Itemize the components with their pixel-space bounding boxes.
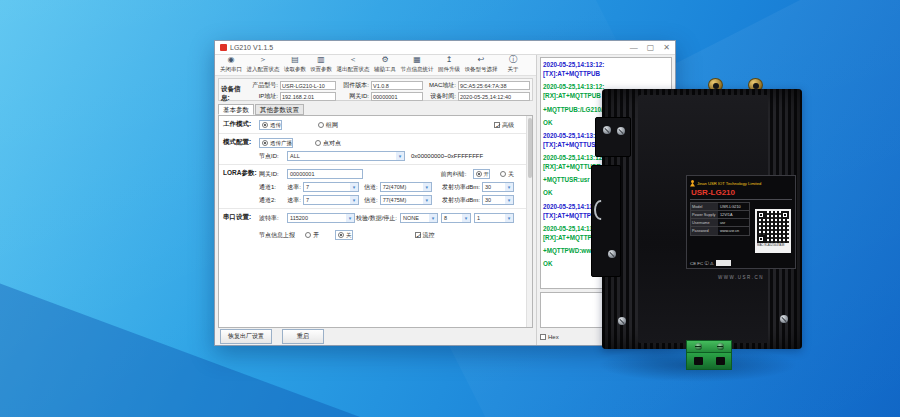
ip-address-value[interactable]: 192.168.2.01	[280, 92, 336, 101]
field-device-time: 设备时间: 2020-05-25,14:12:40	[426, 92, 530, 101]
ch2-channel-select[interactable]: 77(475M)▾	[380, 195, 432, 205]
restart-button[interactable]: 重启	[282, 329, 324, 344]
screw-icon	[617, 127, 625, 135]
chevron-down-icon: ▾	[396, 152, 404, 160]
toolbar-exit-config[interactable]: ＜ 退出配置状态	[335, 56, 371, 74]
minimize-button[interactable]: —	[630, 44, 638, 52]
document-icon: ▤	[291, 56, 299, 65]
baud-label: 波特率:	[259, 214, 287, 223]
chevron-down-icon: ▾	[429, 214, 437, 222]
device-time-value[interactable]: 2020-05-25,14:12:40	[458, 92, 530, 101]
databits-select[interactable]: 8▾	[441, 213, 471, 223]
radio-fec-off[interactable]: 关	[500, 170, 514, 179]
chevron-down-icon: ▾	[350, 183, 358, 191]
radio-report-off[interactable]: 关	[335, 230, 353, 240]
node-id-range-hint: 0x00000000~0xFFFFFFFF	[411, 153, 483, 159]
stats-icon: ▦	[413, 56, 421, 65]
clip-ring	[594, 200, 607, 220]
cert-marks-text: CE FC Ⓛ ⚠	[690, 261, 714, 266]
brand-text: Jinan USR IOT Technology Limited	[697, 181, 761, 186]
basic-params-page: 工作模式: 透传 组网 高级 模式配置:	[218, 115, 533, 328]
terminal-hole	[716, 357, 725, 365]
power-icon: ◉	[228, 56, 235, 65]
section-lora-params: LORA参数: 网关ID: 00000001 前向纠错: 开 关	[219, 165, 526, 209]
device-model-text: USR-LG210	[690, 187, 792, 200]
chevron-down-icon: ▾	[505, 183, 513, 191]
usr-logo-icon	[690, 180, 695, 187]
checkbox-flow-control[interactable]: 流控	[415, 231, 435, 240]
ch2-power-select[interactable]: 30▾	[482, 195, 514, 205]
section-serial: 串口设置: 波特率: 115200▾ 校验/数据/停止: NONE▾ 8▾ 1▾	[219, 209, 526, 243]
device-site-text: WWW.USR.CN	[686, 275, 796, 280]
restore-factory-button[interactable]: 恢复出厂设置	[220, 329, 272, 344]
ch1-power-select[interactable]: 30▾	[482, 182, 514, 192]
radio-report-on[interactable]: 开	[305, 231, 319, 240]
radio-networking[interactable]: 组网	[318, 121, 338, 130]
chevron-down-icon: ▾	[346, 214, 354, 222]
chevron-down-icon: ▾	[505, 214, 513, 222]
params-scrollbar[interactable]	[526, 116, 532, 327]
toolbar-enter-config[interactable]: ＞ 进入配置状态	[245, 56, 281, 74]
exit-arrow-icon: ＜	[349, 56, 357, 65]
radio-transparent[interactable]: 透传	[259, 120, 282, 130]
toolbar: ◉ 关闭串口 ＞ 进入配置状态 ▤ 读取参数 ▥ 设置参数	[215, 55, 536, 76]
device-info-title: 设备信息:	[221, 81, 248, 98]
chevron-down-icon: ▾	[462, 214, 470, 222]
din-rail-bracket	[595, 117, 631, 157]
spec-table: ModelUSR-LG210 Power Supply12V/1A Userna…	[690, 202, 750, 236]
ch1-rate-select[interactable]: 7▾	[303, 182, 359, 192]
ch1-channel-select[interactable]: 72(470M)▾	[380, 182, 432, 192]
toolbar-close-serial[interactable]: ◉ 关闭串口	[219, 56, 243, 74]
certification-row: CE FC Ⓛ ⚠	[690, 260, 752, 266]
firmware-version-value[interactable]: V1.0.8	[371, 81, 423, 90]
baud-select[interactable]: 115200▾	[287, 213, 355, 223]
radio-broadcast[interactable]: 透传广播	[259, 138, 293, 148]
node-report-label: 节点信息上报	[259, 231, 305, 240]
screw-icon	[608, 250, 616, 258]
power-terminal-block	[686, 340, 732, 372]
section-mode-config: 模式配置: 透传广播 点对点 节点ID: ALL▾ 0x00000000~0xF…	[219, 134, 526, 165]
enter-arrow-icon: ＞	[259, 56, 267, 65]
device-info-panel: 设备信息: 产品型号: USR-LG210-L-10 固件版本: V1.0.8 …	[218, 78, 533, 101]
chevron-down-icon: ▾	[505, 196, 513, 204]
node-id-select[interactable]: ALL▾	[287, 151, 405, 161]
gateway-id-value[interactable]: 00000001	[371, 92, 423, 101]
toolbar-set-params[interactable]: ▥ 设置参数	[309, 56, 333, 74]
toolbar-aux-tools[interactable]: ⚙ 辅助工具	[373, 56, 397, 74]
device-body: Jinan USR IOT Technology Limited USR-LG2…	[602, 89, 802, 349]
ch2-rate-select[interactable]: 7▾	[303, 195, 359, 205]
left-column: ◉ 关闭串口 ＞ 进入配置状态 ▤ 读取参数 ▥ 设置参数	[215, 55, 537, 345]
footer-buttons: 恢复出厂设置 重启	[215, 328, 536, 345]
radio-point-to-point[interactable]: 点对点	[315, 139, 341, 148]
product-model-value[interactable]: USR-LG210-L-10	[280, 81, 336, 90]
toolbar-firmware-upgrade[interactable]: ↥ 固件升级	[437, 56, 461, 74]
field-gateway-id: 网关ID: 00000001	[339, 92, 423, 101]
field-product-model: 产品型号: USR-LG210-L-10	[248, 81, 336, 90]
stopbits-select[interactable]: 1▾	[474, 213, 514, 223]
tab-other-params[interactable]: 其他参数设置	[255, 104, 304, 115]
maximize-button[interactable]: ▢	[647, 44, 655, 52]
checkbox-hex[interactable]: Hex	[540, 334, 559, 340]
device-photo: Jinan USR IOT Technology Limited USR-LG2…	[592, 76, 804, 376]
screw-icon	[603, 126, 611, 134]
toolbar-about[interactable]: ⓘ 关于	[501, 56, 525, 74]
lora-gwid-label: 网关ID:	[259, 170, 287, 179]
label-mac-text: MAC:9CA525647A38	[757, 243, 786, 247]
tab-basic-params[interactable]: 基本参数	[218, 104, 254, 115]
lora-gwid-input[interactable]: 00000001	[287, 169, 363, 179]
mac-address-value[interactable]: 9C:A5:25:64:7A:38	[458, 81, 530, 90]
toolbar-model-select[interactable]: ↩ 设备型号选择	[463, 56, 499, 74]
checkbox-advanced[interactable]: 高级	[494, 121, 514, 130]
info-icon: ⓘ	[509, 56, 517, 65]
terminal-screw-icon	[717, 343, 724, 350]
toolbar-node-stats[interactable]: ▦ 节点信息统计	[399, 56, 435, 74]
toolbar-read-params[interactable]: ▤ 读取参数	[283, 56, 307, 74]
din-rail-clip	[591, 165, 621, 277]
terminal-screw-icon	[695, 343, 702, 350]
parity-select[interactable]: NONE▾	[400, 213, 438, 223]
qr-code: MAC:9CA525647A38	[755, 209, 791, 253]
close-button[interactable]: ✕	[663, 44, 670, 52]
marketing-banner: LG210 V1.1.5 — ▢ ✕ ◉ 关闭串口 ＞ 进入配置状态	[0, 0, 900, 417]
radio-fec-on[interactable]: 开	[473, 169, 491, 179]
node-id-label: 节点ID:	[259, 152, 287, 161]
